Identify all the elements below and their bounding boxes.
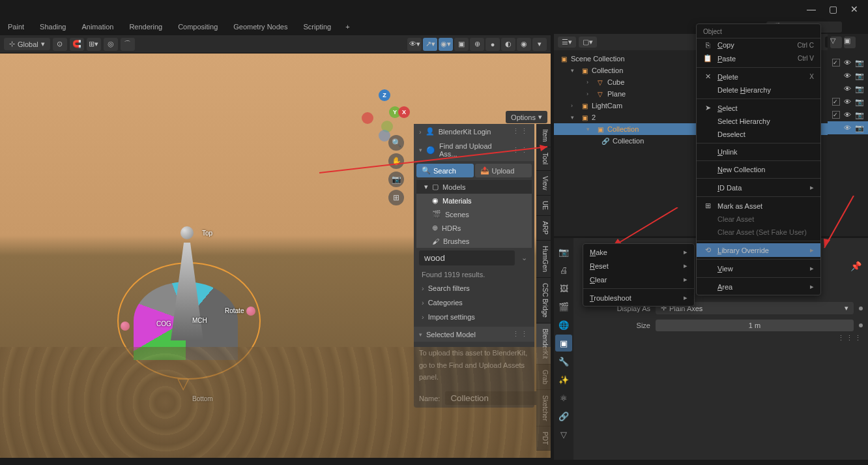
ntab-blenderkit[interactable]: BlenderKit — [536, 323, 551, 365]
ptab-world[interactable]: 🌐 — [555, 316, 572, 333]
menu-delete-hierarchy[interactable]: Delete Hierarchy — [697, 83, 820, 97]
menu-select[interactable]: ➤ Select — [697, 101, 820, 115]
ntab-item[interactable]: Item — [536, 124, 551, 147]
tab-shading[interactable]: Shading — [32, 20, 74, 33]
camera-restrict-icon[interactable]: 📷 — [855, 98, 864, 106]
submenu-clear[interactable]: Clear▸ — [583, 273, 694, 286]
search-button[interactable]: 🔍Search — [416, 164, 474, 177]
submenu-make[interactable]: Make▸ — [583, 245, 694, 259]
category-materials[interactable]: ◉Materials — [416, 194, 532, 207]
eye-icon[interactable]: 👁 — [844, 111, 851, 119]
eye-icon[interactable]: 👁 — [844, 72, 851, 80]
gizmo-handle-left[interactable] — [121, 322, 130, 331]
size-input[interactable]: 1 m — [656, 320, 854, 331]
ntab-grab[interactable]: Grab — [536, 365, 551, 390]
submenu-troubleshoot[interactable]: Troubleshoot▸ — [583, 291, 694, 305]
category-scenes[interactable]: 🎬Scenes — [416, 207, 532, 221]
ntab-arp[interactable]: ARP — [536, 216, 551, 241]
ptab-object[interactable]: ▣ — [555, 335, 572, 352]
ptab-modifiers[interactable]: 🔧 — [555, 353, 572, 370]
ptab-physics[interactable]: ⚛ — [555, 389, 572, 406]
gizmo-neg-x[interactable] — [362, 112, 373, 124]
menu-id-data[interactable]: ID Data▸ — [697, 181, 820, 194]
proportional-falloff[interactable]: ⌒ — [121, 38, 135, 51]
gizmo-z-axis[interactable]: Z — [379, 89, 390, 101]
menu-paste[interactable]: 📋 PasteCtrl V — [697, 52, 820, 65]
menu-delete[interactable]: ✕ DeleteX — [697, 70, 820, 83]
chevron-down-icon[interactable]: ⌄ — [517, 254, 530, 262]
ntab-pdt[interactable]: PDT — [536, 427, 551, 451]
find-upload-header[interactable]: 🔵Find and Upload Ass...⋮⋮ — [414, 139, 534, 161]
menu-copy[interactable]: ⎘ CopyCtrl C — [697, 38, 820, 52]
shading-wireframe[interactable]: ⊕ — [470, 38, 484, 51]
search-query-input[interactable] — [419, 250, 515, 265]
menu-view[interactable]: View▸ — [697, 262, 820, 275]
xray-toggle[interactable]: ▣ — [454, 38, 469, 51]
menu-new-collection[interactable]: New Collection — [697, 163, 820, 176]
camera-restrict-icon[interactable]: 📷 — [855, 59, 864, 67]
category-models[interactable]: ▾▢Models — [416, 180, 532, 194]
snap-options[interactable]: ⊞▾ — [87, 38, 101, 51]
perspective-icon[interactable]: ⊞ — [388, 190, 404, 205]
eye-icon[interactable]: 👁 — [844, 59, 851, 67]
filter-icon[interactable]: ▽ — [830, 37, 842, 48]
shading-solid[interactable]: ● — [485, 38, 500, 51]
restrict-checkbox[interactable] — [832, 111, 840, 119]
shading-rendered[interactable]: ◉ — [517, 38, 531, 51]
camera-restrict-icon[interactable]: 📷 — [855, 111, 864, 119]
ntab-tool[interactable]: Tool — [536, 147, 551, 170]
gizmo-handle-right[interactable] — [246, 307, 255, 316]
name-input[interactable] — [445, 391, 551, 405]
menu-mark-asset[interactable]: ⊞ Mark as Asset — [697, 199, 820, 213]
panel-options-icon[interactable]: ⋮⋮⋮ — [837, 334, 863, 342]
menu-area[interactable]: Area▸ — [697, 280, 820, 293]
ptab-data[interactable]: ▽ — [555, 426, 572, 443]
pan-icon[interactable]: ✋ — [388, 153, 404, 169]
tab-compositing[interactable]: Compositing — [170, 20, 225, 33]
visibility-toggle[interactable]: 👁▾ — [407, 38, 422, 51]
3d-viewport[interactable]: Z Y X 🔍 ✋ 📷 ⊞ Top Bottom COG MCH Rotate … — [0, 53, 551, 458]
anim-dot[interactable] — [859, 323, 863, 327]
search-filters-row[interactable]: Search filters — [416, 281, 532, 295]
anim-dot[interactable] — [859, 307, 863, 310]
pin-icon[interactable]: 📌 — [850, 261, 861, 271]
ptab-scene[interactable]: 🎬 — [555, 298, 572, 315]
ntab-view[interactable]: View — [536, 171, 551, 196]
ntab-humgen[interactable]: HumGen — [536, 241, 551, 278]
camera-restrict-icon[interactable]: 📷 — [855, 85, 864, 93]
tab-rendering[interactable]: Rendering — [121, 20, 170, 33]
transform-orientation[interactable]: ⊹Global▾ — [4, 38, 50, 50]
outliner-editor-type[interactable]: ☰▾ — [558, 37, 576, 48]
tab-animation[interactable]: Animation — [74, 20, 121, 33]
restrict-checkbox[interactable] — [832, 59, 840, 67]
restrict-checkbox[interactable] — [832, 98, 840, 106]
ntab-cscbridge[interactable]: CSC Bridge — [536, 278, 551, 323]
ptab-constraints[interactable]: 🔗 — [555, 408, 572, 425]
menu-library-override[interactable]: ⟲ Library Override▸ — [697, 243, 820, 257]
category-brushes[interactable]: 🖌Brushes — [416, 235, 532, 248]
eye-icon[interactable]: 👁 — [844, 85, 851, 93]
menu-unlink[interactable]: Unlink — [697, 145, 820, 158]
window-close[interactable]: ✕ — [850, 4, 858, 14]
camera-restrict-icon[interactable]: 📷 — [855, 72, 864, 80]
shading-material[interactable]: ◐ — [501, 38, 515, 51]
proportional-edit[interactable]: ◎ — [104, 38, 118, 51]
ptab-output[interactable]: 🖨 — [555, 262, 572, 278]
camera-icon[interactable]: 📷 — [388, 172, 404, 187]
submenu-reset[interactable]: Reset▸ — [583, 259, 694, 273]
import-settings-row[interactable]: Import settings — [416, 310, 532, 324]
overlays-toggle[interactable]: ◉▾ — [439, 38, 453, 51]
options-button[interactable]: Options▾ — [506, 111, 547, 123]
ntab-ue[interactable]: UE — [536, 196, 551, 216]
category-hdrs[interactable]: ⊕HDRs — [416, 221, 532, 235]
window-minimize[interactable]: — — [807, 4, 816, 14]
pivot-point[interactable]: ⊙ — [53, 38, 67, 51]
blenderkit-login-header[interactable]: 👤BlenderKit Login⋮⋮ — [414, 124, 534, 139]
eye-icon[interactable]: 👁 — [844, 98, 851, 106]
ptab-particles[interactable]: ✨ — [555, 371, 572, 388]
selected-model[interactable]: Top Bottom COG MCH Rotate ▽ — [117, 223, 274, 406]
new-collection-icon[interactable]: ▣ — [844, 37, 856, 48]
menu-deselect[interactable]: Deselect — [697, 128, 820, 141]
zoom-icon[interactable]: 🔍 — [388, 135, 404, 151]
selected-model-header[interactable]: Selected Model⋮⋮ — [414, 327, 534, 342]
